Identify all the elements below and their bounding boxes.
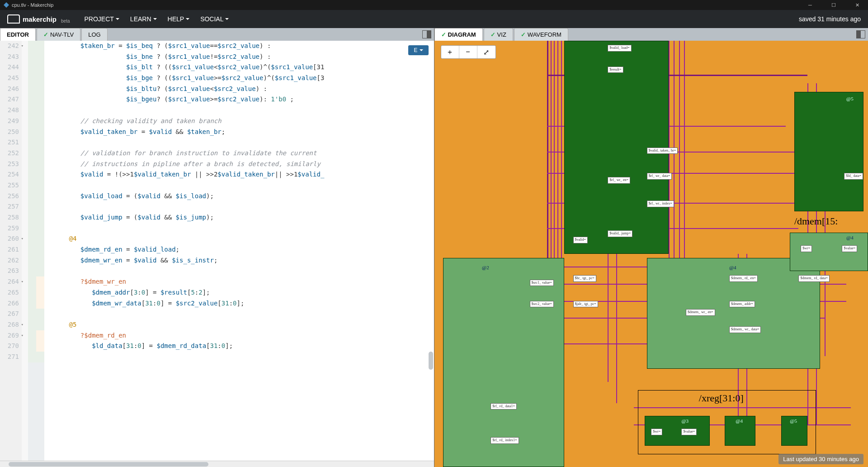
chevron-down-icon [186,18,189,20]
sig-dmem-addr: $dmem_ addr= [729,301,755,308]
app-icon [4,2,9,8]
sig-rf-rd-index1: $rf_ rd_ index1= [491,437,519,444]
window-minimize-button[interactable]: ─ [803,2,817,8]
tab-editor[interactable]: EDITOR [0,28,36,41]
stage2-block [443,258,565,467]
zoom-out-button[interactable]: − [459,46,477,58]
zoom-fit-button[interactable]: ⤢ [477,46,495,58]
check-icon: ✓ [521,31,526,38]
check-icon: ✓ [441,31,446,38]
right-pane: ✓DIAGRAM ✓VIZ ✓WAVEFORM ＋ − ⤢ [434,28,868,467]
sig-rf-wr-en: $rf_ wr_ en= [608,177,630,184]
right-tabs: ✓DIAGRAM ✓VIZ ✓WAVEFORM [434,28,868,41]
check-icon: ✓ [43,31,48,38]
sig-dmem-rd-en: $dmem_ rd_ en= [729,275,758,282]
sig-dmem-rd-data: $dmem_ rd_ data= [798,275,830,282]
stage-label: @4 [729,265,736,270]
code-area[interactable]: $taken_br = $is_beq ? ($src1_value==$src… [44,41,434,461]
chevron-down-icon [225,18,229,20]
sig-valid-jump: $valid_ jump= [608,230,632,237]
stage-label: @4 [846,235,854,240]
menu-project[interactable]: PROJECT [79,15,125,23]
menubar: makerchip beta PROJECT LEARN HELP SOCIAL… [0,10,868,28]
chevron-down-icon [153,18,157,20]
menu-learn[interactable]: LEARN [125,15,162,23]
editor[interactable]: 2422432442452462472482492502512522532542… [0,41,434,461]
stage-label: @3 [681,418,689,424]
split-layout-icon[interactable] [856,30,865,38]
sig-valid-load: $valid_ load= [608,45,631,52]
zoom-in-button[interactable]: ＋ [441,46,459,58]
sig-value2: $value= [681,429,697,435]
horizontal-scrollbar-thumb[interactable] [9,462,208,467]
sig-result: $result= [608,67,623,73]
sig-rf-wr-data: $rf_ wr_ data= [647,173,672,180]
sig-jalr-tgt-pc: $jalr_ tgt_ pc= [573,301,598,308]
sig-src1-value: $src1_ value= [530,280,554,286]
diagram-canvas[interactable]: ＋ − ⤢ [434,41,868,467]
zoom-controls: ＋ − ⤢ [441,45,496,59]
fold-strip [22,41,28,461]
sig-wr: $wr= [801,245,812,252]
split-layout-icon[interactable] [422,30,431,38]
stage-label: @5 [790,418,797,424]
sig-dmem-wr-en: $dmem_ wr_ en= [686,309,715,316]
window-maximize-button[interactable]: ☐ [826,2,841,8]
last-updated-badge: Last updated 30 minutes ago [778,454,863,464]
left-pane: EDITOR ✓NAV-TLV LOG 24224324424524624724… [0,28,434,467]
window-close-button[interactable]: ✕ [850,2,864,8]
stage-label: @5 [846,96,854,101]
sig-valid-taken-br: $valid_ taken_ br= [647,148,678,154]
stage-label: @2 [482,265,489,270]
menu-social[interactable]: SOCIAL [195,15,234,23]
chevron-down-icon [116,18,119,20]
sig-rf-rd-data1: $rf_ rd_ data1= [491,403,517,410]
sig-wr2: $wr= [651,429,662,435]
beta-label: beta [61,19,70,24]
indent-strip [28,41,44,461]
left-tabs: EDITOR ✓NAV-TLV LOG [0,28,434,41]
line-gutter: 2422432442452462472482492502512522532542… [0,41,22,461]
sig-value: $value= [842,245,857,252]
sig-br-tgt-pc: $br_ tgt_ pc= [573,275,596,282]
stage-label: @4 [736,418,743,424]
window-title: cpu.tlv - Makerchip [12,2,53,8]
menu-help[interactable]: HELP [162,15,195,23]
tab-diagram[interactable]: ✓DIAGRAM [434,28,483,41]
brand-logo[interactable]: makerchip [7,14,57,24]
hier-xreg-label: /xreg[31:0] [699,392,744,404]
sig-ld-data: $ld_ data= [844,173,863,180]
hier-dmem-label: /dmem[15: [794,215,838,227]
window-titlebar: cpu.tlv - Makerchip ─ ☐ ✕ [0,0,868,10]
chip-icon [7,14,20,24]
vertical-scrollbar-thumb[interactable] [429,352,433,370]
horizontal-scrollbar[interactable] [0,461,434,467]
sig-rf-wr-index: $rf_ wr_ index= [647,200,674,207]
sig-valid: $valid= [573,237,588,243]
svg-marker-0 [4,2,9,8]
tab-log[interactable]: LOG [81,28,107,41]
tab-waveform[interactable]: ✓WAVEFORM [514,28,568,41]
chevron-down-icon [420,49,423,51]
e-dropdown-button[interactable]: E [408,45,428,55]
sig-dmem-wr-data: $dmem_ wr_ data= [729,326,761,333]
brand-text: makerchip [23,15,57,23]
tab-navtlv[interactable]: ✓NAV-TLV [37,28,80,41]
saved-status: saved 31 minutes ago [799,15,861,23]
stage5-block [794,92,864,211]
sig-src2-value: $src2_ value= [530,301,554,308]
check-icon: ✓ [491,31,495,38]
tab-viz[interactable]: ✓VIZ [484,28,513,41]
